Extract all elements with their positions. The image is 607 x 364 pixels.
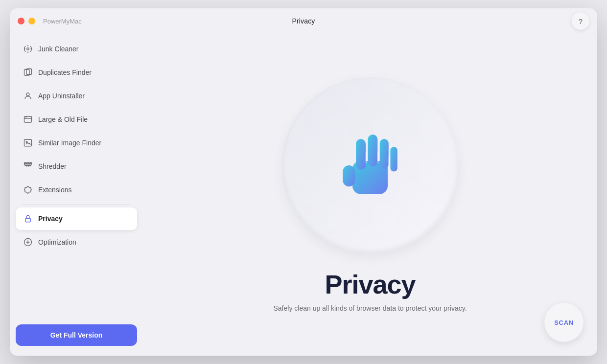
sidebar-item-extensions-label: Extensions: [38, 186, 71, 194]
page-title: Privacy: [292, 17, 315, 25]
scan-button[interactable]: SCAN: [544, 303, 584, 342]
hand-icon: [326, 121, 414, 209]
sidebar-nav: Junk Cleaner Duplicates Finder: [16, 38, 137, 320]
svg-rect-17: [356, 139, 366, 170]
junk-cleaner-icon: [23, 44, 33, 54]
sidebar-item-similar-image-finder[interactable]: Similar Image Finder: [16, 132, 137, 154]
sidebar-item-optimization-label: Optimization: [38, 238, 76, 246]
sidebar: Junk Cleaner Duplicates Finder: [10, 34, 143, 356]
app-brand-label: PowerMyMac: [43, 18, 82, 25]
traffic-lights: [18, 18, 35, 24]
sidebar-item-junk-cleaner[interactable]: Junk Cleaner: [16, 38, 137, 60]
svg-rect-11: [25, 218, 31, 222]
sidebar-item-optimization[interactable]: Optimization: [16, 231, 137, 253]
app-uninstaller-icon: [23, 91, 33, 101]
title-bar: PowerMyMac Privacy ?: [10, 8, 597, 34]
help-icon: ?: [579, 17, 583, 25]
sidebar-item-app-uninstaller[interactable]: App Uninstaller: [16, 85, 137, 107]
large-old-file-icon: [23, 114, 33, 125]
svg-rect-18: [368, 135, 378, 166]
app-window: PowerMyMac Privacy ? Junk Cleaner: [10, 8, 597, 356]
svg-point-0: [27, 48, 29, 50]
svg-rect-4: [24, 116, 32, 122]
optimization-icon: [23, 237, 33, 248]
sidebar-item-junk-cleaner-label: Junk Cleaner: [38, 45, 79, 53]
hero-title: Privacy: [325, 269, 415, 299]
sidebar-item-duplicates-finder-label: Duplicates Finder: [38, 68, 92, 76]
content-area: Privacy Safely clean up all kinds of bro…: [143, 34, 597, 356]
similar-image-finder-icon: [23, 137, 33, 148]
svg-rect-16: [343, 165, 355, 186]
sidebar-item-similar-image-finder-label: Similar Image Finder: [38, 139, 101, 147]
help-button[interactable]: ?: [572, 12, 589, 30]
svg-rect-19: [380, 139, 389, 169]
sidebar-item-app-uninstaller-label: App Uninstaller: [38, 92, 85, 100]
sidebar-item-large-old-file[interactable]: Large & Old File: [16, 108, 137, 131]
traffic-light-red[interactable]: [18, 18, 24, 24]
svg-point-8: [26, 141, 27, 142]
traffic-light-yellow[interactable]: [28, 18, 35, 24]
sidebar-item-extensions[interactable]: Extensions: [16, 179, 137, 201]
duplicates-finder-icon: [23, 67, 33, 78]
sidebar-item-privacy-label: Privacy: [38, 215, 63, 223]
get-full-version-button[interactable]: Get Full Version: [16, 324, 137, 346]
svg-point-3: [26, 93, 29, 96]
extensions-icon: [23, 184, 33, 195]
main-content: Junk Cleaner Duplicates Finder: [10, 34, 597, 356]
sidebar-item-shredder[interactable]: Shredder: [16, 155, 137, 178]
hero-circle: [282, 77, 458, 253]
sidebar-item-large-old-file-label: Large & Old File: [38, 115, 88, 123]
sidebar-divider: [23, 204, 130, 205]
sidebar-item-privacy[interactable]: Privacy: [16, 207, 137, 230]
svg-rect-20: [390, 147, 397, 171]
shredder-icon: [23, 161, 33, 172]
hero-subtitle: Safely clean up all kinds of browser dat…: [273, 304, 467, 312]
sidebar-item-duplicates-finder[interactable]: Duplicates Finder: [16, 61, 137, 84]
privacy-icon: [23, 213, 33, 224]
sidebar-item-shredder-label: Shredder: [38, 162, 67, 170]
